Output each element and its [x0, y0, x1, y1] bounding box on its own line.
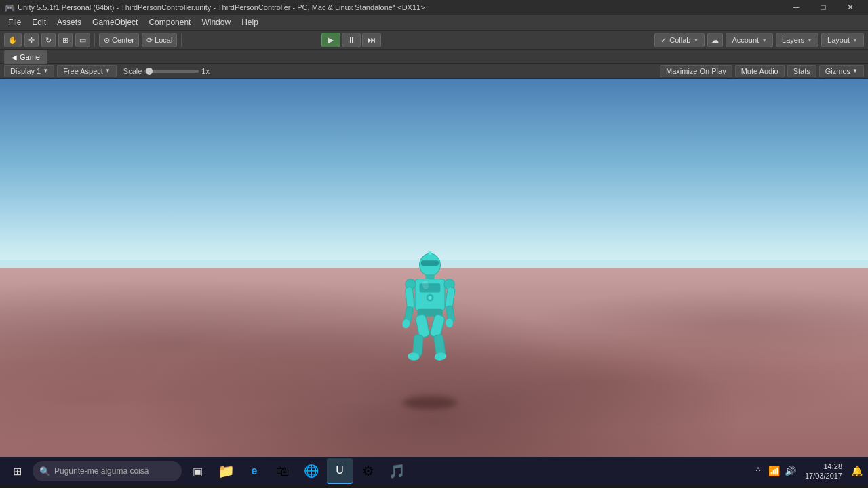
- volume-icon[interactable]: 🔊: [783, 464, 798, 479]
- notification-icon[interactable]: 🔔: [849, 464, 864, 479]
- menu-gameobject[interactable]: GameObject: [87, 16, 143, 28]
- cloud-icon: ☁: [711, 36, 719, 45]
- file-explorer-app[interactable]: 📁: [213, 458, 239, 484]
- gizmos-button[interactable]: Gizmos ▼: [819, 65, 864, 77]
- mute-audio-label: Mute Audio: [741, 67, 778, 75]
- layers-button[interactable]: Layers ▼: [776, 33, 818, 47]
- aspect-label: Free Aspect: [63, 67, 103, 75]
- account-button[interactable]: Account ▼: [726, 33, 773, 47]
- game-tab-label: Game: [20, 53, 40, 61]
- menu-help[interactable]: Help: [236, 16, 264, 28]
- game-tab-icon: ◀: [12, 54, 17, 61]
- display-label: Display 1: [10, 67, 41, 75]
- unity-app[interactable]: U: [327, 458, 353, 484]
- svg-rect-18: [415, 314, 430, 338]
- tabbar: ◀ Game: [0, 50, 868, 64]
- gameview-toolbar: Display 1 ▼ Free Aspect ▼ Scale 1x Maxim…: [0, 64, 868, 79]
- media-icon: 🎵: [389, 463, 406, 479]
- windows-icon: ⊞: [13, 465, 22, 478]
- move-tool-button[interactable]: ✛: [24, 33, 39, 47]
- game-viewport[interactable]: [0, 79, 868, 457]
- scale-label: Scale: [123, 67, 142, 75]
- pivot-local-button[interactable]: ⟳ Local: [142, 33, 177, 47]
- hand-tool-button[interactable]: ✋: [4, 33, 22, 47]
- tray-chevron[interactable]: ^: [751, 464, 766, 479]
- center-label: Center: [112, 36, 134, 44]
- maximize-button[interactable]: □: [810, 0, 837, 15]
- menu-edit[interactable]: Edit: [26, 16, 52, 28]
- stats-label: Stats: [793, 67, 810, 75]
- robot-svg: [389, 251, 471, 401]
- layout-button[interactable]: Layout ▼: [821, 33, 864, 47]
- separator-1: [94, 33, 95, 47]
- collab-check-icon: ✓: [660, 36, 667, 45]
- store-app[interactable]: 🛍: [270, 458, 296, 484]
- system-clock: 14:28 17/03/2017: [800, 462, 848, 481]
- toolbar: ✋ ✛ ↻ ⊞ ▭ ⊙ Center ⟳ Local ▶ ⏸ ⏭ ✓ Colla…: [0, 30, 868, 50]
- edge-icon: e: [252, 465, 258, 477]
- scale-tool-button[interactable]: ⊞: [58, 33, 73, 47]
- unity-app-icon: U: [336, 464, 344, 476]
- menu-window[interactable]: Window: [196, 16, 236, 28]
- search-bar[interactable]: 🔍 Pugunte-me alguma coisa: [33, 461, 182, 481]
- pivot-center-button[interactable]: ⊙ Center: [99, 33, 139, 47]
- svg-rect-1: [421, 260, 439, 266]
- display-dropdown[interactable]: Display 1 ▼: [4, 65, 54, 77]
- layout-label: Layout: [827, 36, 850, 44]
- rotate-tool-button[interactable]: ↻: [41, 33, 56, 47]
- collab-arrow-icon: ▼: [693, 37, 698, 43]
- separator-2: [181, 33, 182, 47]
- stats-button[interactable]: Stats: [787, 65, 816, 77]
- scale-slider[interactable]: [144, 70, 199, 73]
- gv-right: Maximize On Play Mute Audio Stats Gizmos…: [660, 65, 864, 77]
- toolbar-right: ✓ Collab ▼ ☁ Account ▼ Layers ▼ Layout ▼: [654, 33, 864, 47]
- system-tray: ^ 📶 🔊 14:28 17/03/2017 🔔: [751, 462, 864, 481]
- scale-value: 1x: [201, 67, 210, 75]
- menu-file[interactable]: File: [3, 16, 26, 28]
- clock-date: 17/03/2017: [805, 471, 842, 481]
- file-explorer-icon: 📁: [218, 463, 235, 479]
- minimize-button[interactable]: ─: [783, 0, 810, 15]
- chrome-app[interactable]: 🌐: [298, 458, 324, 484]
- local-icon: ⟳: [146, 36, 153, 45]
- task-view-icon: ▣: [193, 465, 203, 478]
- aspect-dropdown[interactable]: Free Aspect ▼: [57, 65, 117, 77]
- titlebar-controls: ─ □ ✕: [783, 0, 864, 15]
- settings-app[interactable]: ⚙: [355, 458, 381, 484]
- media-app[interactable]: 🎵: [384, 458, 410, 484]
- cloud-button[interactable]: ☁: [707, 33, 723, 47]
- svg-rect-10: [405, 287, 414, 308]
- mute-audio-button[interactable]: Mute Audio: [735, 65, 785, 77]
- titlebar-left: 🎮 Unity 5.5.1f1 Personal (64bit) - Third…: [4, 3, 425, 13]
- collab-button[interactable]: ✓ Collab ▼: [654, 33, 705, 47]
- pause-button[interactable]: ⏸: [342, 33, 361, 47]
- rect-tool-button[interactable]: ▭: [75, 33, 90, 47]
- network-icon[interactable]: 📶: [767, 464, 782, 479]
- maximize-on-play-label: Maximize On Play: [666, 67, 726, 75]
- unity-icon: 🎮: [4, 3, 15, 13]
- maximize-on-play-button[interactable]: Maximize On Play: [660, 65, 732, 77]
- svg-rect-4: [425, 274, 434, 279]
- play-button[interactable]: ▶: [321, 33, 340, 47]
- svg-rect-14: [445, 287, 455, 308]
- layout-arrow-icon: ▼: [852, 37, 858, 43]
- window-title: Unity 5.5.1f1 Personal (64bit) - ThirdPe…: [18, 3, 425, 12]
- clock-time: 14:28: [805, 462, 842, 471]
- game-tab[interactable]: ◀ Game: [4, 50, 47, 64]
- edge-app[interactable]: e: [241, 458, 267, 484]
- close-button[interactable]: ✕: [837, 0, 864, 15]
- search-icon: 🔍: [39, 466, 50, 476]
- robot-character: [389, 251, 471, 403]
- scale-knob: [146, 68, 153, 75]
- layers-arrow-icon: ▼: [807, 37, 812, 43]
- account-arrow-icon: ▼: [762, 37, 767, 43]
- start-button[interactable]: ⊞: [4, 458, 30, 484]
- menubar: File Edit Assets GameObject Component Wi…: [0, 15, 868, 30]
- menu-component[interactable]: Component: [143, 16, 196, 28]
- step-button[interactable]: ⏭: [362, 33, 381, 47]
- titlebar: 🎮 Unity 5.5.1f1 Personal (64bit) - Third…: [0, 0, 868, 15]
- task-view-button[interactable]: ▣: [184, 458, 210, 484]
- local-label: Local: [155, 36, 172, 44]
- collab-label: Collab: [669, 36, 690, 44]
- menu-assets[interactable]: Assets: [52, 16, 87, 28]
